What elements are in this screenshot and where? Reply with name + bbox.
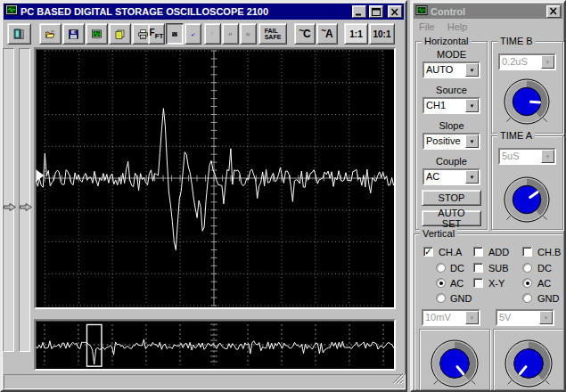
auto-set-label: AUTO SET <box>428 208 475 229</box>
ch-a-range-select[interactable]: 10mV ▼ <box>422 309 480 326</box>
source-select[interactable]: CH1 ▼ <box>422 97 480 114</box>
ch-b-gnd-radio[interactable] <box>522 293 532 303</box>
time-a-knob[interactable] <box>499 172 554 231</box>
ch-a-dc-radio[interactable] <box>436 263 446 273</box>
ch-b-knob-panel <box>493 329 564 392</box>
ch-a-slider-thumb[interactable] <box>4 199 16 207</box>
notes-button[interactable] <box>109 23 131 45</box>
exit-door-icon <box>13 27 25 41</box>
ch-a-checkbox[interactable]: ✓ <box>423 247 433 257</box>
dotted-line-icon <box>228 29 233 40</box>
time-b-select[interactable]: 0.2uS ▼ <box>498 53 556 70</box>
fail-safe-button[interactable]: FAILSAFE <box>258 23 287 45</box>
ch-b-position-slider[interactable] <box>19 48 30 352</box>
grid-icon <box>210 28 215 40</box>
calibrate-a-button[interactable]: ~A <box>316 23 338 45</box>
dropdown-arrow-icon[interactable]: ▼ <box>465 135 479 148</box>
resize-grip[interactable] <box>392 372 404 388</box>
open-folder-icon <box>45 28 55 41</box>
control-menubar: File Help <box>419 21 467 32</box>
control-window: Control File Help Horizontal MODE AUTO ▼… <box>410 0 566 392</box>
vertical-group: Vertical ✓ CH.A ADD CH.B DC SUB DC AC X-… <box>414 233 564 392</box>
fft-button[interactable]: FFT <box>148 23 165 45</box>
cal-c-label: ~C <box>299 28 311 40</box>
calibrate-c-button[interactable]: ~C <box>294 23 316 45</box>
time-a-select[interactable]: 5uS ▼ <box>498 148 556 165</box>
dots-display-mode-button[interactable] <box>222 23 239 45</box>
close-icon <box>390 8 399 16</box>
dropdown-arrow-icon[interactable]: ▼ <box>465 170 479 184</box>
time-b-value: 0.2uS <box>500 55 541 69</box>
menu-help[interactable]: Help <box>447 21 468 32</box>
dropdown-arrow-icon[interactable]: ▼ <box>539 311 553 324</box>
couple-select[interactable]: AC ▼ <box>422 168 480 185</box>
display-settings-button[interactable] <box>86 23 108 45</box>
close-icon <box>549 7 558 15</box>
ch-a-gain-knob[interactable] <box>426 335 483 392</box>
sub-label: SUB <box>488 263 509 274</box>
resize-grip-icon <box>392 372 404 384</box>
time-a-group-title: TIME A <box>497 130 535 141</box>
slope-select[interactable]: Positive ▼ <box>422 133 480 150</box>
cal-a-label: ~A <box>321 28 333 40</box>
probe-1to1-button[interactable]: 1:1 <box>344 23 368 45</box>
ch-b-gnd-label: GND <box>537 293 559 304</box>
calibration-signal-button[interactable] <box>240 23 257 45</box>
dropdown-arrow-icon[interactable]: ▼ <box>465 63 479 77</box>
ch-b-slider-thumb[interactable] <box>20 199 32 207</box>
ch-b-gain-knob[interactable] <box>500 335 557 392</box>
dropdown-arrow-icon[interactable]: ▼ <box>465 311 479 324</box>
scope-screen-icon <box>92 28 102 41</box>
vertical-group-title: Vertical <box>420 228 457 239</box>
time-b-group: TIME B 0.2uS ▼ <box>491 41 563 134</box>
main-scope-display[interactable] <box>34 47 396 309</box>
close-button[interactable] <box>388 5 402 18</box>
ch-b-label: CH.B <box>537 247 561 257</box>
main-titlebar[interactable]: PC BASED DIGITAL STORAGE OSCILLOSCOPE 21… <box>4 4 404 20</box>
sub-checkbox[interactable] <box>473 263 483 273</box>
menu-file[interactable]: File <box>419 21 435 32</box>
dropdown-arrow-icon[interactable]: ▼ <box>541 55 554 69</box>
open-button[interactable] <box>39 23 62 45</box>
mode-label: MODE <box>416 49 487 60</box>
add-checkbox[interactable] <box>473 247 483 257</box>
time-b-knob[interactable] <box>499 74 554 133</box>
dropdown-arrow-icon[interactable]: ▼ <box>465 99 479 112</box>
probe-10to1-button[interactable]: 10:1 <box>369 23 395 45</box>
ch-b-ac-radio[interactable] <box>522 278 532 288</box>
recall-trace-button[interactable] <box>185 23 201 45</box>
main-trace-plot <box>36 49 394 307</box>
time-a-value: 5uS <box>500 150 541 163</box>
mode-select[interactable]: AUTO ▼ <box>422 61 480 78</box>
couple-value: AC <box>424 170 465 184</box>
waveform-display-button[interactable] <box>166 23 184 45</box>
stop-button[interactable]: STOP <box>422 190 481 206</box>
ch-a-dc-label: DC <box>450 263 464 274</box>
save-button[interactable] <box>62 23 85 45</box>
auto-set-button[interactable]: AUTO SET <box>422 210 481 226</box>
ch-a-position-slider[interactable] <box>3 48 14 352</box>
slider-arrow-icon <box>20 203 32 211</box>
blue-return-arrow-icon <box>191 29 195 40</box>
control-close-button[interactable] <box>546 5 561 18</box>
maximize-icon <box>372 8 381 16</box>
add-label: ADD <box>488 247 509 257</box>
dropdown-arrow-icon[interactable]: ▼ <box>541 150 554 163</box>
ch-b-dc-radio[interactable] <box>522 263 532 273</box>
xy-checkbox[interactable] <box>473 278 483 288</box>
ch-b-checkbox[interactable] <box>522 247 532 257</box>
ch-a-ac-radio[interactable] <box>436 278 446 288</box>
ch-a-ac-label: AC <box>450 278 463 289</box>
probe-10to1-label: 10:1 <box>373 29 391 39</box>
save-floppy-icon <box>69 28 78 41</box>
grid-toggle-button[interactable] <box>204 23 221 45</box>
control-titlebar[interactable]: Control <box>414 4 562 19</box>
minimize-button[interactable] <box>352 5 366 18</box>
ch-b-range-select[interactable]: 5V ▼ <box>496 309 554 326</box>
maximize-button[interactable] <box>369 5 383 18</box>
exit-button[interactable] <box>7 23 31 45</box>
overview-display[interactable] <box>34 319 396 371</box>
ch-a-gnd-radio[interactable] <box>436 293 446 303</box>
square-wave-icon <box>246 29 250 40</box>
minimize-icon <box>355 8 364 16</box>
